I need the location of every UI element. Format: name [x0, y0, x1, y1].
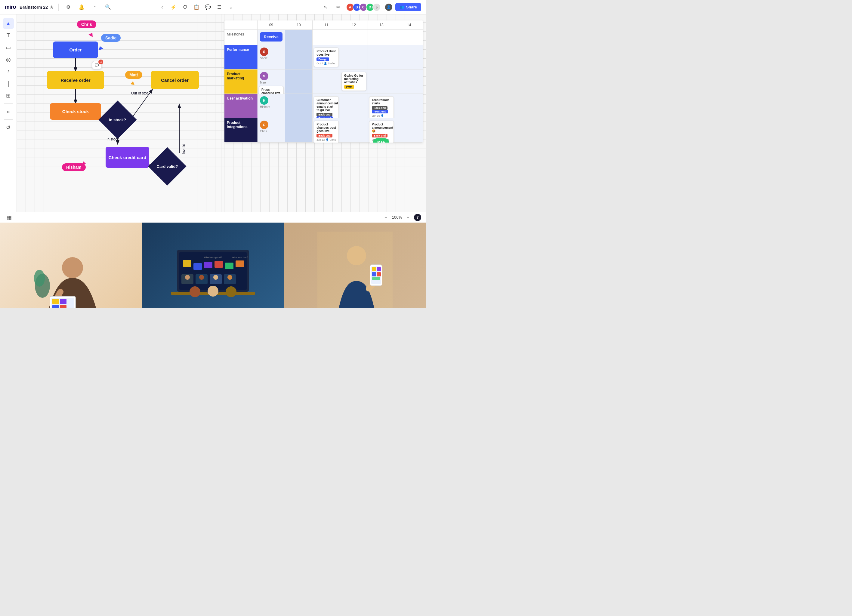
pi-cell-14 — [395, 118, 423, 142]
zoom-in-button[interactable]: + — [404, 214, 412, 221]
phone-image-bg — [284, 223, 426, 308]
select-tool-button[interactable]: ▲ — [3, 18, 14, 29]
timeline-panel: 09 10 11 12 13 14 Milestones Receive — [221, 14, 426, 212]
cancel-order-node[interactable]: Cancel order — [151, 71, 199, 89]
ua-cell-11: Customer announcement emails start to go… — [313, 94, 340, 118]
svg-point-36 — [190, 286, 200, 297]
svg-rect-11 — [60, 299, 66, 304]
milestone-cell-10 — [285, 30, 313, 45]
chris-avatar-label: Chris — [260, 130, 267, 133]
more-tools-button[interactable]: » — [3, 106, 14, 117]
perf-cell-14 — [395, 45, 423, 69]
tech-rollout-title: Tech rollout starts — [372, 98, 391, 105]
avatar-count: 5 — [372, 3, 381, 11]
nav-board-button[interactable]: 📋 — [191, 2, 202, 12]
bottom-image-3 — [284, 223, 426, 308]
sadie-avatar-label: Sadie — [260, 57, 268, 60]
pm-cell-12: Go/No-Go for marketing activities PMM — [340, 69, 368, 94]
perf-cell-09: S Sadie — [258, 45, 285, 69]
canvas-content[interactable]: Chris Sadie Order Receive order Check st… — [17, 14, 426, 212]
sticky-note-tool-button[interactable]: ▭ — [3, 42, 14, 53]
user-activation-label: User activation — [224, 94, 258, 118]
receive-milestone-btn[interactable]: Receive — [260, 32, 282, 42]
comment-bubble[interactable]: 3 💬 — [92, 61, 102, 69]
nav-lightning-button[interactable]: ⚡ — [168, 2, 179, 12]
svg-point-31 — [199, 275, 204, 280]
check-stock-node[interactable]: Check stock — [50, 103, 101, 120]
ua-cell-12 — [340, 94, 368, 118]
perf-cell-13 — [368, 45, 396, 69]
product-changes-card[interactable]: Product changes post goes live Back-end … — [314, 121, 339, 143]
ua-cell-14 — [395, 94, 423, 118]
col-header-12: 12 — [340, 20, 368, 29]
search-button[interactable]: 🔍 — [103, 2, 113, 12]
notifications-button[interactable]: 🔔 — [77, 2, 86, 12]
cursor-tools-button[interactable]: ↖ — [321, 2, 331, 12]
backend-badge-ua1: Back-end — [316, 113, 332, 116]
nav-more-button[interactable]: ⌄ — [226, 2, 236, 12]
nav-timer-button[interactable]: ⏱ — [180, 2, 190, 12]
nav-template-button[interactable]: ☰ — [214, 2, 224, 12]
nav-back-button[interactable]: ‹ — [157, 2, 167, 12]
help-button[interactable]: ? — [414, 214, 421, 221]
svg-point-33 — [213, 275, 218, 280]
product-integrations-label: Product Integrations — [224, 118, 258, 142]
col-header-09: 09 — [258, 20, 285, 29]
product-hunt-card[interactable]: Product Hunt goes live Design Oct 7 👤 Sa… — [314, 48, 339, 67]
perf-cell-12 — [340, 45, 368, 69]
nav-comment-button[interactable]: 💬 — [203, 2, 213, 12]
svg-rect-27 — [236, 260, 244, 267]
bottom-bar: ▦ − 100% + ? — [0, 212, 426, 223]
customer-ann-title: Customer announcement emails start to go… — [316, 98, 336, 112]
bottom-image-1 — [0, 223, 142, 308]
receive-order-node[interactable]: Receive order — [47, 71, 104, 89]
pen-tools-button[interactable]: ✏ — [333, 2, 344, 12]
order-node[interactable]: Order — [53, 42, 98, 58]
panel-toggle-button[interactable]: ▦ — [5, 213, 13, 222]
share-button[interactable]: 👥 Share — [395, 3, 421, 11]
topbar-right-area: ↖ ✏ A B C D 5 👤 👥 Share — [321, 2, 421, 12]
pen-tool-button[interactable]: / — [3, 66, 14, 77]
shapes-tool-button[interactable]: ◎ — [3, 54, 14, 65]
in-stock-diamond[interactable]: In stock? — [103, 105, 133, 135]
svg-text:What was bad?: What was bad? — [232, 256, 249, 259]
zoom-out-button[interactable]: − — [382, 214, 390, 221]
timeline-header: 09 10 11 12 13 14 — [224, 20, 423, 30]
product-marketing-label: Product marketing — [224, 69, 258, 94]
svg-point-7 — [62, 257, 83, 278]
frame-tool-button[interactable]: ⊞ — [3, 90, 14, 101]
settings-button[interactable]: ⚙ — [63, 2, 73, 12]
milestones-label: Milestones — [224, 30, 258, 45]
hisham-avatar-label: Hisham — [260, 105, 270, 109]
product-ann-title: Product announcement 🤩 — [372, 123, 391, 133]
pi-cell-13: Product announcement 🤩 Back-end Oct 7 👤 … — [368, 118, 396, 142]
milestones-row: Milestones Receive — [224, 30, 423, 45]
board-title-area: Brainstorm 22 ★ — [20, 5, 54, 10]
in-stock-label: In stock — [107, 137, 119, 141]
timeline-wrapper: 09 10 11 12 13 14 Milestones Receive — [224, 20, 423, 143]
performance-row: Performance S Sadie Product Hunt goes li… — [224, 45, 423, 69]
matt-cursor-label: Matt — [125, 71, 142, 79]
col-header-11: 11 — [313, 20, 340, 29]
go-nogo-card[interactable]: Go/No-Go for marketing activities PMM — [341, 72, 366, 91]
monitor-scene-svg: What was good? What was bad? — [165, 232, 261, 308]
check-credit-card-node[interactable]: Check credit card — [106, 147, 149, 168]
frontend-badge-ua2: Front-end — [372, 110, 388, 113]
line-tool-button[interactable]: | — [3, 78, 14, 89]
share-label: Share — [406, 5, 417, 9]
pm-cell-09: M Mae Press embargo lifts 🔥 PMM — [258, 69, 285, 94]
upload-button[interactable]: ↑ — [90, 2, 100, 12]
left-toolbar: ▲ T ▭ ◎ / | ⊞ » ↺ — [0, 14, 17, 212]
card-valid-diamond[interactable]: Card valid? — [152, 151, 182, 181]
svg-point-15 — [34, 270, 45, 287]
undo-button[interactable]: ↺ — [3, 122, 14, 133]
perf-cell-10 — [285, 45, 313, 69]
perf-cell-11: Product Hunt goes live Design Oct 7 👤 Sa… — [313, 45, 340, 69]
svg-point-38 — [226, 286, 236, 297]
star-icon[interactable]: ★ — [50, 5, 54, 10]
product-changes-meta: Jun 13 👤 Chris — [316, 138, 336, 141]
product-marketing-row: Product marketing M Mae Press embargo li… — [224, 69, 423, 94]
pm-cell-13 — [368, 69, 396, 94]
topbar: miro Brainstorm 22 ★ ⚙ 🔔 ↑ 🔍 ‹ ⚡ ⏱ 📋 💬 ☰… — [0, 0, 426, 14]
text-tool-button[interactable]: T — [3, 30, 14, 41]
